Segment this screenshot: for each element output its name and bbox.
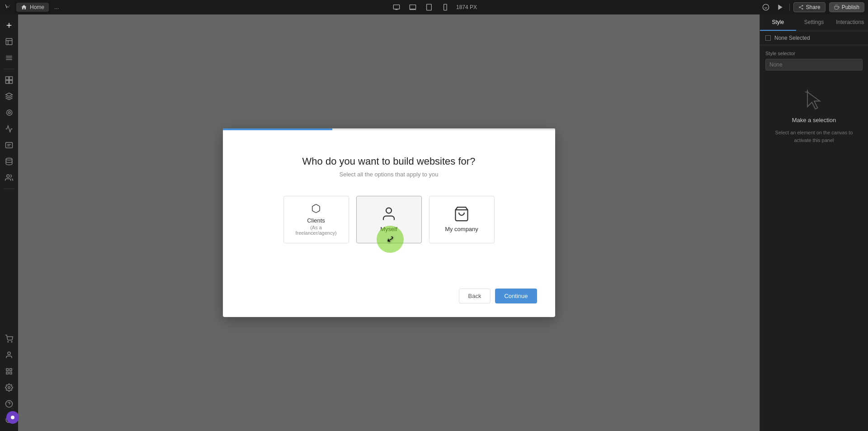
more-options-btn[interactable]: ... xyxy=(52,3,61,11)
none-selected-row: None Selected xyxy=(760,31,868,45)
modal-progress-fill xyxy=(223,128,333,130)
breakpoint-tablet-btn[interactable] xyxy=(424,3,434,12)
modal-body: Who do you want to build websites for? S… xyxy=(223,128,555,289)
breakpoint-desktop-btn[interactable] xyxy=(391,3,402,12)
top-bar-right: Share Publish xyxy=(760,2,864,12)
sidebar-paint-icon[interactable] xyxy=(2,105,16,120)
sidebar-integrations-icon[interactable] xyxy=(2,364,16,379)
svg-marker-7 xyxy=(778,5,782,10)
sidebar-forms-icon[interactable] xyxy=(2,138,16,152)
make-selection-desc: Select an element on the canvas to activ… xyxy=(774,129,854,144)
sidebar-help-icon[interactable] xyxy=(2,397,16,411)
modal-container: Who do you want to build websites for? S… xyxy=(223,128,555,317)
top-bar: Home ... 1874 PX xyxy=(0,0,868,14)
sidebar-pages-icon[interactable] xyxy=(2,34,16,49)
make-selection-title: Make a selection xyxy=(792,117,836,123)
my-company-icon xyxy=(453,206,470,222)
option-clients[interactable]: Clients (As a freelancer/agency) xyxy=(283,196,349,243)
myself-label: Myself xyxy=(380,226,397,233)
home-tab[interactable]: Home xyxy=(16,3,49,12)
svg-rect-24 xyxy=(6,77,9,80)
svg-rect-27 xyxy=(9,81,13,84)
style-selector-label: Style selector xyxy=(765,51,863,56)
right-panel-tabs: Style Settings Interactions xyxy=(760,14,868,31)
preview-btn[interactable] xyxy=(775,3,786,12)
top-bar-left: Home ... xyxy=(4,3,61,12)
svg-point-4 xyxy=(763,4,769,10)
sidebar-components-icon[interactable] xyxy=(2,73,16,87)
bottom-circle-button[interactable] xyxy=(6,411,19,424)
svg-line-11 xyxy=(800,8,802,9)
option-my-company[interactable]: My company xyxy=(429,196,495,243)
svg-point-36 xyxy=(8,341,9,342)
share-button[interactable]: Share xyxy=(793,2,826,12)
publish-button[interactable]: Publish xyxy=(829,2,864,12)
continue-button[interactable]: Continue xyxy=(495,289,537,303)
modal-options: Clients (As a freelancer/agency) Myself xyxy=(241,196,537,243)
sidebar-ecommerce-icon[interactable] xyxy=(2,332,16,346)
sidebar-interactions-icon[interactable] xyxy=(2,122,16,136)
emoji-btn[interactable] xyxy=(760,3,771,12)
none-selected-checkbox xyxy=(765,35,771,41)
canvas-area[interactable]: Who do you want to build websites for? S… xyxy=(18,14,760,431)
divider xyxy=(789,4,790,11)
svg-point-30 xyxy=(9,112,11,114)
svg-rect-2 xyxy=(427,4,432,10)
myself-icon xyxy=(381,206,397,222)
right-panel-content: Style selector Make a selection Select a… xyxy=(760,45,868,431)
tab-settings[interactable]: Settings xyxy=(796,14,832,31)
breakpoint-mobile-btn[interactable] xyxy=(440,3,451,12)
svg-point-38 xyxy=(8,352,10,355)
svg-rect-18 xyxy=(6,38,12,45)
left-sidebar xyxy=(0,14,18,431)
svg-point-34 xyxy=(6,158,12,161)
main-layout: Who do you want to build websites for? S… xyxy=(0,14,868,431)
top-bar-center: 1874 PX xyxy=(391,3,477,12)
modal-progress-bar xyxy=(223,128,555,130)
tab-interactions[interactable]: Interactions xyxy=(832,14,868,31)
bottom-circle-dot xyxy=(11,416,14,419)
px-display: 1874 PX xyxy=(456,4,477,10)
svg-point-9 xyxy=(799,7,800,8)
right-panel: Style Settings Interactions None Selecte… xyxy=(760,14,868,431)
svg-point-35 xyxy=(7,175,9,177)
modal-subtitle: Select all the options that apply to you xyxy=(241,171,537,178)
svg-rect-31 xyxy=(6,142,13,148)
sidebar-users-icon[interactable] xyxy=(2,348,16,362)
svg-point-39 xyxy=(8,387,10,389)
make-selection-area: Make a selection Select an element on th… xyxy=(765,71,863,162)
svg-marker-28 xyxy=(6,93,13,97)
modal-question: Who do you want to build websites for? xyxy=(241,156,537,167)
modal-footer: Back Continue xyxy=(223,289,555,317)
svg-rect-26 xyxy=(6,81,9,84)
clients-label: Clients (As a freelancer/agency) xyxy=(291,217,341,236)
tab-style[interactable]: Style xyxy=(760,14,796,31)
none-selected-label: None Selected xyxy=(774,35,810,41)
svg-point-37 xyxy=(11,341,12,342)
my-company-label: My company xyxy=(445,226,478,233)
cursor-large-icon xyxy=(803,89,826,111)
svg-point-10 xyxy=(802,8,803,9)
sidebar-assets-icon[interactable] xyxy=(2,89,16,104)
svg-point-8 xyxy=(802,5,803,6)
sidebar-sep-2 xyxy=(4,189,14,189)
style-selector-input[interactable] xyxy=(765,59,863,71)
sidebar-add-icon[interactable] xyxy=(2,18,16,33)
sidebar-settings-icon[interactable] xyxy=(2,380,16,395)
svg-rect-3 xyxy=(444,4,447,10)
back-button[interactable]: Back xyxy=(459,289,491,303)
svg-rect-0 xyxy=(393,5,399,9)
breakpoint-laptop-btn[interactable] xyxy=(407,3,418,12)
sidebar-cms-icon[interactable] xyxy=(2,154,16,169)
sidebar-layers-icon[interactable] xyxy=(2,51,16,65)
sidebar-collaborate-icon[interactable] xyxy=(2,171,16,185)
svg-rect-25 xyxy=(9,77,13,80)
svg-rect-1 xyxy=(410,5,415,9)
sidebar-sep-1 xyxy=(4,69,14,69)
webflow-logo[interactable] xyxy=(4,3,13,12)
svg-point-29 xyxy=(7,110,12,115)
clients-icon xyxy=(308,204,324,213)
svg-line-12 xyxy=(800,6,802,7)
svg-point-46 xyxy=(386,208,392,213)
option-myself[interactable]: Myself xyxy=(356,196,422,243)
